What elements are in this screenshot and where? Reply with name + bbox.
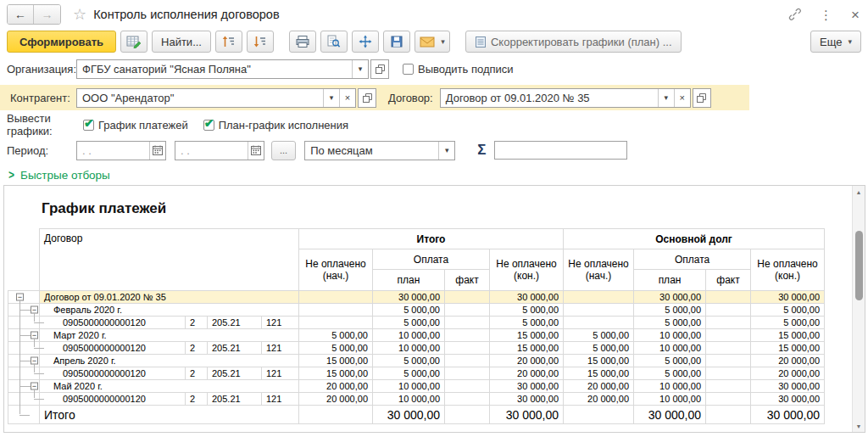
value-cell[interactable]: 5 000,00	[373, 367, 445, 380]
forward-button[interactable]: →	[34, 5, 60, 24]
value-cell[interactable]	[445, 329, 490, 342]
label-cell[interactable]: Февраль 2020 г.	[40, 304, 299, 317]
tree-expander-icon[interactable]: −	[31, 383, 38, 390]
value-cell[interactable]: 5 000,00	[373, 317, 445, 329]
value-cell[interactable]: 5 000,00	[634, 317, 706, 329]
code-attr-cell[interactable]: 205.21	[208, 367, 262, 380]
counterparty-field[interactable]: ООО "Арендатор" ▾ ×	[76, 88, 356, 108]
value-cell[interactable]	[445, 367, 490, 380]
value-cell[interactable]: 15 000,00	[751, 329, 825, 342]
value-cell[interactable]	[299, 304, 373, 317]
generate-button[interactable]: Сформировать	[7, 31, 116, 53]
payment-schedule-checkbox[interactable]: ✔ График платежей	[83, 119, 188, 132]
value-cell[interactable]: 20 000,00	[564, 380, 634, 393]
value-cell[interactable]	[445, 317, 490, 329]
signatures-checkbox[interactable]: Выводить подписи	[403, 63, 514, 76]
expand-groups-button[interactable]	[247, 31, 274, 53]
value-cell[interactable]: 15 000,00	[564, 355, 634, 367]
value-cell[interactable]: 5 000,00	[751, 317, 825, 329]
value-cell[interactable]: 15 000,00	[299, 355, 373, 367]
label-cell[interactable]: Договор от 09.01.2020 № 35	[40, 291, 299, 304]
value-cell[interactable]: 5 000,00	[299, 329, 373, 342]
value-cell[interactable]: 10 000,00	[634, 342, 706, 355]
value-cell[interactable]: 5 000,00	[490, 317, 564, 329]
value-cell[interactable]: 5 000,00	[564, 342, 634, 355]
value-cell[interactable]: 5 000,00	[373, 355, 445, 367]
kbk-code-cell[interactable]: 0905000000000120	[40, 393, 186, 406]
tree-expander-icon[interactable]: −	[31, 332, 38, 339]
code-attr-cell[interactable]: 2	[186, 342, 208, 355]
value-cell[interactable]	[299, 406, 373, 424]
value-cell[interactable]: 15 000,00	[299, 367, 373, 380]
counterparty-open-button[interactable]	[358, 88, 376, 108]
value-cell[interactable]	[706, 380, 751, 393]
value-cell[interactable]	[445, 380, 490, 393]
value-cell[interactable]: 10 000,00	[634, 380, 706, 393]
more-button[interactable]: Еще ▾	[810, 31, 861, 53]
scroll-down-icon[interactable]: ▼	[856, 420, 862, 432]
value-cell[interactable]	[445, 393, 490, 406]
tree-expander-icon[interactable]: −	[31, 357, 38, 365]
code-attr-cell[interactable]: 2	[186, 367, 208, 380]
value-cell[interactable]: 10 000,00	[634, 329, 706, 342]
value-cell[interactable]: 5 000,00	[634, 304, 706, 317]
collapse-groups-button[interactable]	[215, 31, 242, 53]
period-select-button[interactable]: ...	[271, 141, 296, 160]
value-cell[interactable]: 10 000,00	[373, 393, 445, 406]
preview-button[interactable]	[320, 31, 348, 53]
value-cell[interactable]: 5 000,00	[634, 355, 706, 367]
code-attr-cell[interactable]: 2	[186, 393, 208, 406]
value-cell[interactable]: 15 000,00	[490, 342, 564, 355]
value-cell[interactable]: 15 000,00	[564, 367, 634, 380]
value-cell[interactable]: 5 000,00	[751, 304, 825, 317]
value-cell[interactable]: 5 000,00	[490, 304, 564, 317]
report-settings-button[interactable]	[120, 31, 147, 53]
value-cell[interactable]	[706, 355, 751, 367]
period-to-field[interactable]: . .	[175, 141, 264, 160]
organization-field[interactable]: ФГБУ санаторий "Ясная Поляна" ▾	[76, 59, 369, 79]
contract-dropdown-button[interactable]: ▾	[658, 89, 674, 107]
scroll-up-icon[interactable]: ▲	[856, 186, 862, 198]
vertical-scrollbar[interactable]: ▲ ▼	[852, 186, 865, 432]
value-cell[interactable]: 20 000,00	[490, 367, 564, 380]
scrollbar-track[interactable]	[855, 198, 863, 420]
save-button[interactable]	[383, 31, 410, 53]
value-cell[interactable]	[706, 367, 751, 380]
value-cell[interactable]: 30 000,00	[373, 291, 445, 304]
value-cell[interactable]: 15 000,00	[490, 329, 564, 342]
contract-clear-button[interactable]: ×	[674, 89, 690, 107]
code-attr-cell[interactable]: 121	[262, 393, 299, 406]
value-cell[interactable]: 10 000,00	[373, 329, 445, 342]
kbk-code-cell[interactable]: 0905000000000120	[40, 342, 186, 355]
value-cell[interactable]	[445, 355, 490, 367]
code-attr-cell[interactable]: 2	[186, 317, 208, 329]
value-cell[interactable]: 30 000,00	[490, 393, 564, 406]
value-cell[interactable]: 30 000,00	[634, 406, 706, 424]
execution-plan-checkbox[interactable]: ✔ План-график исполнения	[203, 119, 348, 132]
value-cell[interactable]: 20 000,00	[564, 393, 634, 406]
value-cell[interactable]	[564, 406, 634, 424]
favorite-star-icon[interactable]: ☆	[73, 5, 86, 24]
kbk-code-cell[interactable]: 0905000000000120	[40, 317, 186, 329]
counterparty-clear-button[interactable]: ×	[339, 89, 355, 107]
get-link-icon[interactable]	[788, 8, 801, 22]
label-cell[interactable]: Май 2020 г.	[40, 380, 299, 393]
fit-width-button[interactable]	[352, 31, 379, 53]
value-cell[interactable]: 30 000,00	[751, 393, 825, 406]
organization-open-button[interactable]	[370, 59, 389, 79]
value-cell[interactable]: 30 000,00	[490, 291, 564, 304]
label-cell[interactable]: Апрель 2020 г.	[40, 355, 299, 367]
value-cell[interactable]	[706, 329, 751, 342]
label-cell[interactable]: Март 2020 г.	[40, 329, 299, 342]
value-cell[interactable]	[445, 291, 490, 304]
back-button[interactable]: ←	[8, 5, 34, 24]
contract-open-button[interactable]	[693, 88, 711, 108]
value-cell[interactable]	[299, 291, 373, 304]
value-cell[interactable]: 10 000,00	[373, 342, 445, 355]
period-to-calendar-button[interactable]	[248, 142, 264, 160]
period-from-field[interactable]: . .	[76, 141, 166, 160]
value-cell[interactable]: 30 000,00	[751, 406, 825, 424]
tree-expander-icon[interactable]: −	[31, 306, 38, 314]
value-cell[interactable]: 5 000,00	[634, 367, 706, 380]
value-cell[interactable]: 30 000,00	[373, 406, 445, 424]
